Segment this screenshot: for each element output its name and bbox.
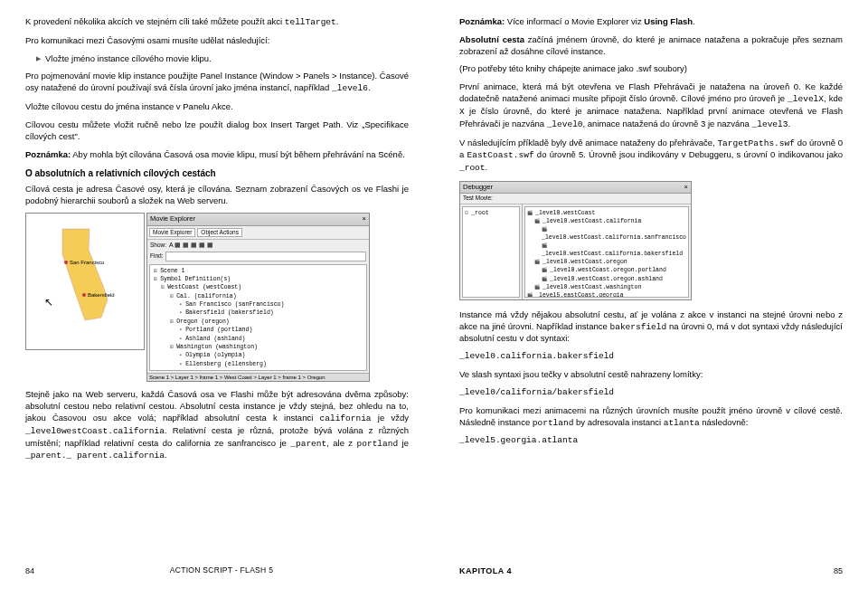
- explorer-tabs: Movie Explorer Object Actions: [147, 226, 369, 241]
- text: V následujícím příkladě byly dvě animace…: [459, 138, 717, 147]
- code: _parent: [290, 439, 326, 449]
- code-block: _level5.georgia.atlanta: [459, 435, 843, 447]
- tree-leaf[interactable]: Ashland (ashland): [154, 335, 364, 343]
- tree-leaf[interactable]: _level0.westCoast.oregon: [527, 258, 686, 266]
- debugger-detail-pane: _level0.westCoast _level0.westCoast.cali…: [523, 204, 691, 299]
- tree-node[interactable]: WestCoast (westCoast): [154, 283, 364, 291]
- para: K provedení několika akcích ve stejném c…: [25, 16, 409, 29]
- tree-leaf[interactable]: Portland (portland): [154, 326, 364, 334]
- code: TargetPaths.swf: [717, 138, 795, 148]
- code: bakersfield: [609, 322, 666, 332]
- explorer-status: Scene 1 > Layer 1 > frame 1 > West Coast…: [147, 373, 369, 381]
- para: Cílovou cestu můžete vložit ručně nebo l…: [25, 119, 409, 143]
- code: portland: [533, 418, 574, 428]
- movie-explorer-figure: San Francisco Bakersfield ↖ Movie Explor…: [25, 213, 409, 382]
- text: .: [368, 82, 371, 92]
- text: .: [788, 119, 790, 128]
- tab[interactable]: Object Actions: [197, 228, 242, 238]
- section-heading: O absolutních a relativních cílových ces…: [25, 167, 409, 180]
- explorer-title-text: Movie Explorer: [150, 214, 195, 223]
- label-bf: Bakersfield: [88, 291, 115, 299]
- tree-leaf[interactable]: _level0.westCoast: [527, 209, 686, 217]
- show-row: Show: A ▦ ▦ ▦ ▦ ▦: [147, 240, 369, 250]
- tree-leaf[interactable]: San Francisco (sanFrancisco): [154, 300, 364, 309]
- tree-leaf[interactable]: _level0.westCoast.california.bakersfield: [527, 242, 686, 258]
- code-block: _level0/california/bakersfield: [459, 387, 843, 399]
- page-number: 84: [25, 565, 34, 576]
- text: , ale z: [326, 438, 356, 448]
- para: Stejně jako na Web serveru, každá Časová…: [25, 389, 409, 462]
- note-label: Poznámka:: [459, 16, 505, 26]
- tree-leaf[interactable]: Bakersfield (bakersfield): [154, 309, 364, 317]
- page-right: Poznámka: Více informací o Movie Explore…: [434, 0, 868, 589]
- code: EastCoast.swf: [467, 150, 534, 160]
- tree-node[interactable]: _root: [465, 209, 517, 217]
- code: _level0westCoast.california: [25, 426, 165, 436]
- text: .: [336, 16, 339, 26]
- code: california: [320, 413, 372, 423]
- text: .: [486, 162, 488, 172]
- text: , animace natažená do úrovně 3 je nazván…: [583, 119, 752, 128]
- filter-icons[interactable]: A ▦ ▦ ▦ ▦ ▦: [169, 241, 213, 249]
- tree-leaf[interactable]: _level0.westCoast.california: [527, 217, 686, 225]
- debugger-title-text: Debugger: [463, 183, 493, 192]
- para: Absolutní cesta začíná jménem úrovně, do…: [459, 34, 843, 58]
- tree-leaf[interactable]: _level0.westCoast.oregon.portland: [527, 266, 686, 274]
- california-shape: [58, 227, 112, 322]
- explorer-titlebar: Movie Explorer ×: [147, 214, 369, 225]
- page-number: 85: [834, 565, 843, 576]
- code: tellTarget: [285, 17, 336, 27]
- para: Poznámka: Více informací o Movie Explore…: [459, 16, 843, 28]
- note-label: Poznámka:: [25, 149, 71, 159]
- text: do úrovně 5. Úrovně jsou indikovány v De…: [534, 149, 843, 159]
- code: _level6: [332, 83, 368, 93]
- code: atlanta: [664, 418, 700, 428]
- list: Vložte jméno instance cílového movie kli…: [25, 53, 409, 65]
- map-pane: San Francisco Bakersfield ↖: [25, 213, 145, 350]
- para: Instance má vždy nějakou absolutní cestu…: [459, 309, 843, 345]
- text: je: [398, 438, 409, 448]
- tree-node[interactable]: Scene 1: [154, 267, 364, 275]
- label: Show:: [150, 242, 166, 250]
- debugger-tree[interactable]: _root: [462, 206, 520, 298]
- cursor-icon: ↖: [44, 295, 53, 309]
- footer-center: ACTION SCRIPT - FLASH 5: [170, 565, 273, 576]
- debugger-detail-tree[interactable]: _level0.westCoast _level0.westCoast.cali…: [524, 206, 689, 298]
- text: , kde: [824, 93, 843, 103]
- tree-leaf[interactable]: _level0.westCoast.california.sanfrancisc…: [527, 225, 686, 242]
- tab[interactable]: Movie Explorer: [149, 228, 195, 238]
- explorer-tree[interactable]: Scene 1 Symbol Definition(s) WestCoast (…: [149, 264, 367, 372]
- find-input[interactable]: [165, 252, 366, 261]
- tree-node[interactable]: Cal. (california): [154, 292, 364, 300]
- close-icon[interactable]: ×: [363, 214, 366, 223]
- tree-leaf[interactable]: _level5.eastCoast.georgia: [527, 291, 686, 298]
- text: K provedení několika akcích ve stejném c…: [25, 16, 285, 26]
- code: _root: [459, 163, 486, 173]
- code: _levelX: [788, 94, 824, 104]
- chapter-label: KAPITOLA 4: [459, 565, 512, 576]
- page-left: K provedení několika akcích ve stejném c…: [0, 0, 434, 589]
- para: První animace, která má být otevřena ve …: [459, 81, 843, 130]
- text: První animace, která má být otevřena ve …: [459, 81, 843, 103]
- tree-leaf[interactable]: Olympia (olympia): [154, 351, 364, 359]
- code: portland: [357, 439, 399, 449]
- tree-leaf[interactable]: _level0.westCoast.oregon.ashland: [527, 275, 686, 283]
- text: Using Flash: [644, 16, 693, 26]
- tree-leaf[interactable]: Ellensberg (ellensberg): [154, 360, 364, 368]
- tree-leaf[interactable]: _level0.westCoast.washington: [527, 283, 686, 291]
- para: (Pro potřeby této knihy chápejte animace…: [459, 63, 843, 75]
- close-icon[interactable]: ×: [684, 183, 688, 192]
- tree-node[interactable]: Oregon (oregon): [154, 318, 364, 326]
- text: následovně:: [700, 417, 749, 427]
- label: Find:: [150, 252, 163, 261]
- debugger-subhead: Test Movie:: [460, 194, 691, 204]
- tree-node[interactable]: Symbol Definition(s): [154, 275, 364, 283]
- explorer-pane: Movie Explorer × Movie Explorer Object A…: [146, 213, 370, 382]
- text: Více informací o Movie Explorer viz: [505, 16, 644, 26]
- debugger-tree-pane: _root: [460, 204, 523, 299]
- code: _level0: [547, 119, 583, 129]
- text: by adresovala instanci: [573, 417, 663, 427]
- tree-node[interactable]: Washington (washington): [154, 343, 364, 351]
- code: _parent._ parent.california: [25, 451, 165, 461]
- para: Vložte cílovou cestu do jména instance v…: [25, 101, 409, 113]
